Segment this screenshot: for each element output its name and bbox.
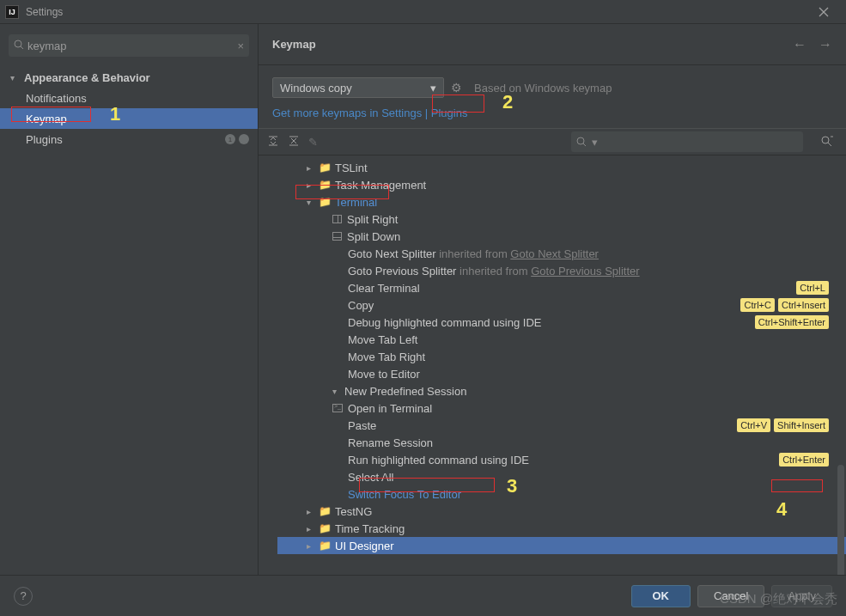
content-header: Keymap ← →: [259, 24, 846, 65]
get-more-keymaps-link[interactable]: Get more keymaps in Settings | Plugins: [259, 103, 846, 128]
tree-time-tracking[interactable]: ▸📁Time Tracking: [277, 520, 846, 537]
cancel-button[interactable]: Cancel: [697, 585, 764, 607]
tree-terminal[interactable]: ▾📁Terminal: [277, 193, 846, 210]
tree-open-in-terminal[interactable]: Open in Terminal: [277, 399, 846, 417]
tree-move-tab-right[interactable]: Move Tab Right: [277, 348, 846, 365]
tree-task-management[interactable]: ▸📁Task Management: [277, 176, 846, 193]
settings-nav-panel: keymap × ▾ Appearance & Behavior Notific…: [0, 24, 259, 575]
keymap-dropdown[interactable]: Windows copy ▾: [272, 77, 444, 98]
settings-content-panel: Keymap ← → Windows copy ▾ ⚙ Based on Win…: [259, 24, 846, 575]
close-button[interactable]: [806, 3, 841, 21]
tree-new-predefined-session[interactable]: ▾New Predefined Session: [277, 382, 846, 399]
svg-point-6: [239, 134, 249, 144]
nav-notifications[interactable]: Notifications: [0, 88, 258, 108]
tree-goto-next-splitter[interactable]: Goto Next Splitter inherited from Goto N…: [277, 245, 846, 262]
tree-tslint[interactable]: ▸📁TSLint: [277, 159, 846, 176]
tree-goto-prev-splitter[interactable]: Goto Previous Splitter inherited from Go…: [277, 262, 846, 279]
svg-line-12: [583, 143, 586, 146]
svg-point-11: [577, 137, 584, 144]
intellij-logo-icon: IJ: [5, 5, 19, 19]
edit-shortcut-icon[interactable]: ✎: [308, 136, 318, 149]
gear-icon[interactable]: ⚙: [451, 81, 462, 95]
ok-button[interactable]: OK: [631, 585, 691, 607]
tree-testng[interactable]: ▸📁TestNG: [277, 503, 846, 520]
tree-paste[interactable]: PasteCtrl+VShift+Insert: [277, 417, 846, 434]
plugins-badge-icon: 1: [225, 134, 249, 144]
tree-rename-session[interactable]: Rename Session: [277, 434, 846, 451]
keymap-toolbar: ✎ ▾: [259, 128, 846, 156]
collapse-all-icon[interactable]: [288, 135, 300, 149]
split-down-icon: [332, 232, 342, 241]
titlebar: IJ Settings: [0, 0, 846, 24]
chevron-down-icon: ▾: [10, 73, 19, 82]
svg-line-3: [21, 46, 23, 49]
find-by-shortcut-icon[interactable]: [820, 135, 834, 149]
tree-move-tab-left[interactable]: Move Tab Left: [277, 331, 846, 348]
chevron-down-icon: ▾: [430, 82, 436, 95]
forward-arrow-icon[interactable]: →: [819, 37, 832, 52]
svg-line-14: [828, 143, 831, 146]
back-arrow-icon[interactable]: ←: [793, 37, 806, 52]
split-right-icon: [332, 215, 342, 223]
settings-search[interactable]: keymap ×: [9, 34, 249, 57]
keymap-dropdown-value: Windows copy: [280, 82, 430, 95]
tree-clear-terminal[interactable]: Clear TerminalCtrl+L: [277, 279, 846, 296]
content-title: Keymap: [272, 38, 316, 51]
window-title: Settings: [26, 6, 63, 18]
tree-move-to-editor[interactable]: Move to Editor: [277, 365, 846, 382]
tree-run-highlighted[interactable]: Run highlighted command using IDECtrl+En…: [277, 451, 846, 468]
tree-switch-focus-to-editor[interactable]: Switch Focus To Editor: [277, 485, 846, 503]
tree-split-down[interactable]: Split Down: [277, 228, 846, 245]
tree-split-right[interactable]: Split Right: [277, 210, 846, 228]
svg-point-2: [15, 40, 21, 47]
terminal-icon: [332, 404, 343, 412]
tree-copy[interactable]: CopyCtrl+CCtrl+Insert: [277, 296, 846, 314]
tree-select-all[interactable]: Select All: [277, 468, 846, 485]
nav-plugins[interactable]: Plugins 1: [0, 129, 258, 149]
nav-appearance-behavior[interactable]: ▾ Appearance & Behavior: [0, 67, 258, 88]
search-icon: [14, 40, 24, 52]
nav-keymap[interactable]: Keymap: [0, 108, 258, 129]
tree-ui-designer[interactable]: ▸📁UI Designer: [277, 537, 846, 554]
tree-debug-highlighted[interactable]: Debug highlighted command using IDECtrl+…: [277, 314, 846, 331]
settings-nav-tree: ▾ Appearance & Behavior Notifications Ke…: [0, 64, 258, 149]
svg-text:1: 1: [228, 136, 233, 143]
based-on-label: Based on Windows keymap: [474, 82, 612, 95]
action-search[interactable]: ▾: [571, 131, 803, 152]
expand-all-icon[interactable]: [267, 135, 279, 149]
keymap-tree[interactable]: ▸📁TSLint ▸📁Task Management ▾📁Terminal Sp…: [259, 156, 846, 575]
svg-point-13: [822, 137, 829, 143]
apply-button[interactable]: Apply: [771, 585, 832, 607]
clear-search-icon[interactable]: ×: [237, 40, 244, 52]
help-button[interactable]: ?: [14, 587, 33, 606]
scrollbar[interactable]: [837, 465, 844, 575]
search-input-value: keymap: [27, 40, 67, 52]
dialog-footer: ? OK Cancel Apply: [0, 575, 846, 616]
